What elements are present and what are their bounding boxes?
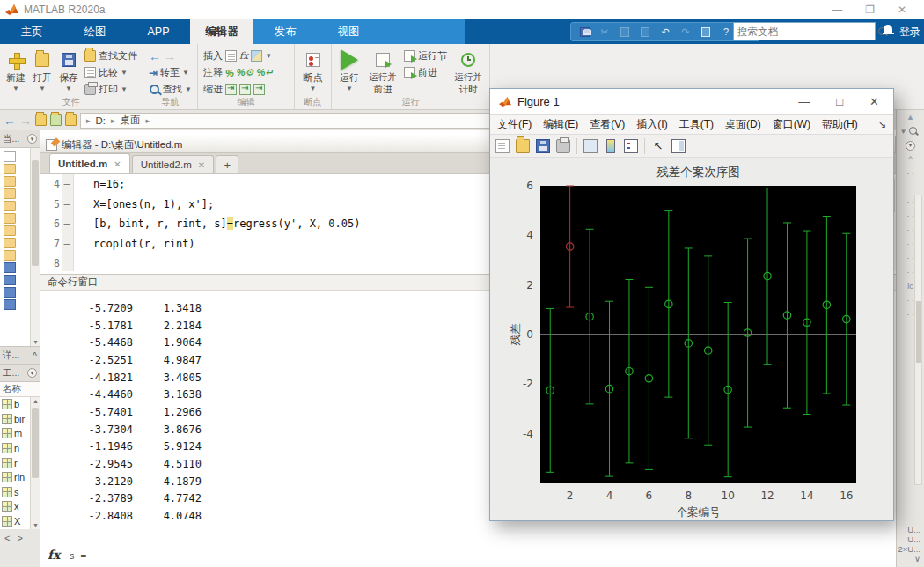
current-folder-menu-icon[interactable]: ▾ [27, 134, 37, 144]
figure-menu-item[interactable]: 插入(I) [636, 117, 667, 132]
doc-search-box[interactable] [733, 22, 876, 40]
help-icon[interactable]: ? [720, 26, 732, 38]
pane-nav-left-button[interactable]: < [4, 533, 10, 543]
folder-icon[interactable] [4, 250, 16, 261]
advance-button[interactable]: 前进 [404, 66, 447, 79]
close-button[interactable]: ✕ [898, 4, 906, 16]
save-icon[interactable] [578, 26, 590, 38]
compare-button[interactable]: 比较▼ [84, 66, 137, 79]
goto-button[interactable]: ⇥ 转至▼ [149, 66, 192, 79]
scroll-down-icon[interactable]: ▼ [31, 522, 40, 528]
figure-menu-item[interactable]: 查看(V) [590, 117, 625, 132]
current-folder-header[interactable]: 当... ▾ [0, 130, 40, 148]
colorbar-icon[interactable] [606, 139, 615, 153]
forward-icon[interactable]: → [164, 50, 176, 63]
sign-in-link[interactable]: 登录 [899, 25, 920, 40]
tab-home[interactable]: 主页 [0, 19, 63, 44]
tab-editor[interactable]: 编辑器 [190, 19, 253, 44]
run-advance-button[interactable]: 运行并前进 [367, 47, 399, 97]
desktop-icon[interactable] [700, 26, 712, 38]
file-list-scrollbar[interactable]: ▼ [30, 148, 40, 346]
link-plots-icon[interactable] [583, 139, 598, 153]
figure-minimize-button[interactable]: — [798, 95, 810, 108]
new-button[interactable]: 新建▼ [5, 47, 26, 97]
details-collapse-icon[interactable]: ^ [33, 350, 37, 361]
run-section-button[interactable]: 运行节 [404, 49, 447, 63]
workspace-variable-list[interactable]: ▲ ▼ bbirmnrrinsxX [0, 397, 40, 529]
figure-menu-item[interactable]: 桌面(D) [725, 117, 761, 132]
tab-view[interactable]: 视图 [317, 19, 380, 44]
folder-icon[interactable] [4, 238, 16, 248]
nav-forward-icon[interactable]: → [19, 114, 32, 127]
pointer-icon[interactable]: ↖ [651, 139, 665, 153]
save-icon[interactable] [536, 139, 550, 153]
workspace-scrollbar[interactable]: ▲ ▼ [30, 397, 40, 529]
workspace-menu-icon[interactable]: ▾ [27, 368, 37, 378]
nav-back-icon[interactable]: ← [4, 114, 16, 127]
strip-menu-icon[interactable]: ▾ [906, 141, 915, 151]
breadcrumb-segment[interactable]: 桌面 [121, 114, 141, 127]
breadcrumb-segment[interactable]: D: [96, 115, 106, 126]
comment-button[interactable]: 注释 % %⚙ %↵ [203, 66, 273, 79]
tab-plots[interactable]: 绘图 [63, 19, 127, 44]
strip-search-icon[interactable] [907, 125, 920, 137]
mfile-icon[interactable] [4, 262, 16, 273]
strip-scroll-up-icon[interactable]: ▲ [897, 110, 924, 124]
workspace-name-column-header[interactable]: 名称 [0, 382, 40, 397]
strip-dropdown-icon[interactable]: ▾ [901, 127, 906, 136]
figure-title-bar[interactable]: Figure 1 — □ ✕ [490, 89, 893, 115]
print-button[interactable]: 打印▼ [84, 83, 137, 96]
maximize-button[interactable]: ❐ [865, 4, 875, 16]
undo-icon[interactable]: ↶ [659, 26, 671, 38]
minimize-button[interactable]: — [832, 4, 842, 16]
folder-icon[interactable] [4, 225, 16, 236]
browse-folder-icon[interactable] [50, 114, 62, 126]
residual-caseorder-chart[interactable]: 6420-2-4246810121416残差个案次序图个案编号残差 [490, 158, 893, 520]
property-inspector-icon[interactable] [671, 139, 686, 153]
pane-nav-right-button[interactable]: > [17, 533, 22, 543]
notification-bell-icon[interactable] [883, 24, 894, 37]
tab-publish[interactable]: 发布 [253, 19, 317, 44]
open-icon[interactable] [516, 139, 530, 153]
redo-icon[interactable]: ↷ [679, 26, 692, 38]
print-icon[interactable] [556, 139, 570, 153]
figure-menu-item[interactable]: 工具(T) [679, 117, 714, 132]
editor-tab-untitled2[interactable]: Untitled2.m ✕ [132, 155, 215, 173]
strip-scroll-down-icon[interactable]: ∨ [897, 554, 920, 563]
search-input[interactable] [734, 26, 876, 37]
folder-icon[interactable] [4, 176, 16, 187]
tab-apps[interactable]: APP [127, 19, 190, 44]
find-button[interactable]: 查找▼ [149, 83, 192, 96]
run-time-button[interactable]: 运行并计时 [452, 47, 484, 97]
file-icon[interactable] [4, 151, 16, 162]
run-button[interactable]: 运行▼ [337, 47, 362, 97]
current-folder-file-list[interactable]: ▼ [0, 148, 40, 347]
breakpoints-button[interactable]: 断点▼ [300, 47, 326, 97]
folder-icon[interactable] [4, 213, 16, 224]
find-files-button[interactable]: 查找文件 [84, 49, 137, 63]
insert-button[interactable]: 插入 fx ▼ [203, 49, 273, 63]
figure-maximize-button[interactable]: □ [836, 95, 843, 108]
figure-menu-item[interactable]: 编辑(E) [543, 117, 578, 132]
scroll-down-icon[interactable]: ▼ [31, 339, 40, 345]
up-folder-icon[interactable] [35, 114, 47, 126]
mfile-icon[interactable] [4, 287, 16, 298]
folder-icon[interactable] [4, 201, 16, 211]
strip-collapse-icon[interactable]: ^ [897, 152, 924, 166]
editor-tab-untitled[interactable]: Untitled.m ✕ [49, 153, 130, 173]
dock-figure-icon[interactable]: ↘ [878, 119, 886, 130]
back-icon[interactable]: ← [149, 50, 161, 63]
paste-icon[interactable] [639, 26, 651, 38]
close-tab-icon[interactable]: ✕ [198, 160, 205, 170]
folder-icon[interactable] [4, 164, 16, 174]
legend-icon[interactable] [624, 139, 638, 153]
figure-menu-item[interactable]: 文件(F) [497, 117, 532, 132]
figure-close-button[interactable]: ✕ [869, 95, 879, 108]
indent-button[interactable]: 缩进 [203, 83, 273, 96]
figure-menu-item[interactable]: 帮助(H) [822, 117, 858, 132]
open-button[interactable]: 打开▼ [32, 47, 53, 97]
details-header[interactable]: 详... ^ [0, 347, 40, 364]
figure-menu-item[interactable]: 窗口(W) [773, 117, 810, 132]
close-tab-icon[interactable]: ✕ [114, 159, 121, 169]
mfile-icon[interactable] [4, 299, 16, 310]
